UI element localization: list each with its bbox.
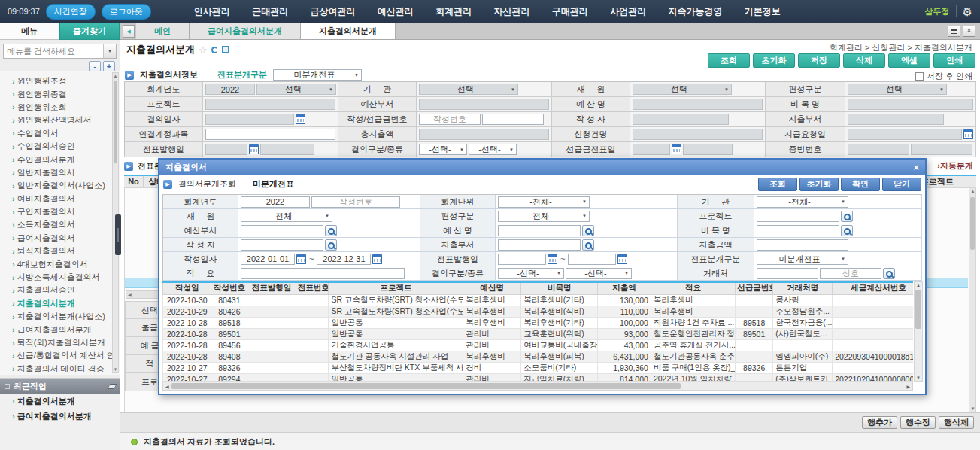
close-icon[interactable]: × [913, 163, 919, 172]
table-row[interactable]: 2022-10-3080431SR 고속철도차량(SRT) 청소사업(수도권)복… [163, 294, 914, 306]
column-header[interactable]: 선급금번호 [736, 282, 773, 294]
sidebar-item[interactable]: ›일반지출결의서 [0, 166, 120, 179]
sidebar-item[interactable]: ›구입지출결의서 [0, 205, 120, 218]
column-header[interactable]: No [124, 176, 144, 187]
dialog-button[interactable]: 확인 [841, 178, 880, 191]
search-icon[interactable] [841, 211, 853, 222]
scroll-down-icon[interactable]: ▼ [915, 376, 922, 380]
sidebar-item[interactable]: ›수입결의서분개 [0, 153, 120, 166]
column-header[interactable]: 비목명 [521, 282, 598, 294]
select-field[interactable]: -선택-▼ [469, 144, 517, 155]
sidebar-item[interactable]: ›지출결의서분개 [0, 297, 120, 310]
top-menu-item[interactable]: 회계관리 [435, 5, 472, 18]
print-after-save-checkbox[interactable] [915, 72, 924, 81]
column-header[interactable]: 세금계산서번호 [833, 282, 913, 294]
scroll-down-icon[interactable]: ▼ [969, 406, 976, 411]
menu-search-input[interactable]: 메뉴를 검색하세요 ▼ [3, 44, 117, 59]
gear-icon[interactable]: ⚙ [963, 6, 972, 17]
search-icon[interactable] [325, 225, 337, 236]
top-menu-item[interactable]: 기본정보 [745, 5, 781, 18]
vertical-scrollbar[interactable]: ▲ ▼ [969, 188, 975, 412]
journal-type-select[interactable]: 미분개전표▼ [273, 69, 362, 81]
sidebar-item[interactable]: ›수입결의서승인 [0, 140, 120, 153]
calendar-icon[interactable] [548, 254, 557, 264]
scroll-up-icon[interactable]: ▲ [969, 189, 976, 193]
top-menu-item[interactable]: 사업관리 [610, 5, 646, 18]
column-header[interactable]: 작성일 [163, 282, 211, 294]
close-tab-icon[interactable]: × [963, 26, 975, 37]
username[interactable]: 삼두정 [925, 6, 950, 17]
row-action-button[interactable]: 행추가 [862, 416, 897, 429]
row-action-button[interactable]: 행삭제 [939, 416, 974, 429]
sidebar-item[interactable]: ›급여지출결의서 [0, 232, 120, 245]
select-field[interactable]: -선택-▼ [498, 268, 564, 279]
input-field[interactable]: 2022-12-31 [317, 254, 371, 265]
column-header[interactable]: 지출액 [598, 282, 651, 294]
input-field[interactable]: 2022-01-01 [241, 254, 295, 265]
table-row[interactable]: 2022-10-2889518일반공통복리후생비복리후생비(기타)100,000… [163, 317, 914, 328]
input-field[interactable]: 상호 [820, 268, 881, 279]
recent-work-item[interactable]: ›급여지출결의서분개 [0, 409, 120, 424]
scrollbar-thumb[interactable] [171, 383, 681, 389]
select-field[interactable]: 미분개전표▼ [757, 254, 848, 265]
select-field[interactable]: -전체-▼ [757, 196, 848, 208]
column-header[interactable]: 전표발행일 [247, 282, 296, 294]
tab-scroll-left-icon[interactable]: ◀ [123, 25, 135, 38]
calendar-icon[interactable] [249, 144, 259, 154]
table-row[interactable]: 2022-10-2889456기술환경사업공통관리비여비교통비(국내출장)43,… [163, 339, 914, 351]
scroll-left-icon[interactable]: ◀ [126, 292, 133, 297]
input-field[interactable]: 작성번호 [419, 114, 481, 125]
search-icon[interactable] [883, 268, 895, 279]
dialog-vertical-scrollbar[interactable]: ▲ ▼ [914, 281, 923, 382]
sidebar-item[interactable]: ›급여지출결의서분개 [0, 323, 120, 336]
table-row[interactable]: 2022-10-2980426SR 고속철도차량(SRT) 청소사업(수도권)복… [163, 306, 914, 317]
recent-work-item[interactable]: ›지출결의서분개 [0, 394, 120, 409]
scrollbar-thumb[interactable] [114, 81, 117, 163]
sidebar-splitter-handle[interactable] [115, 214, 121, 255]
input-field[interactable] [241, 239, 323, 251]
top-menu-item[interactable]: 예산관리 [378, 5, 414, 18]
extend-session-button[interactable]: 시간연장 [46, 4, 96, 20]
input-field[interactable] [757, 211, 839, 222]
scrollbar-thumb[interactable] [915, 290, 921, 329]
sidebar-item[interactable]: ›여비지출결의서 [0, 193, 120, 205]
table-row[interactable]: 2022-10-2789294일반공통관리비지급임차료(차량)814,00020… [163, 373, 914, 382]
sidebar-item[interactable]: ›퇴직지출결의서 [0, 245, 120, 257]
top-menu-item[interactable]: 구매관리 [552, 5, 588, 18]
input-field[interactable] [757, 268, 818, 279]
search-icon[interactable] [582, 225, 594, 236]
column-header[interactable]: 작성번호 [211, 282, 247, 294]
auto-journal-link[interactable]: ›자동분개 [937, 160, 976, 172]
input-field[interactable] [498, 239, 581, 251]
input-field[interactable] [482, 114, 544, 125]
column-header[interactable]: 프로젝트 [329, 282, 463, 294]
logout-button[interactable]: 로그아웃 [102, 4, 151, 20]
sidebar-item[interactable]: ›지출결의서분개(사업소) [0, 310, 120, 323]
input-field[interactable] [205, 129, 335, 140]
sidebar-tab-favorites[interactable]: 즐겨찾기 [59, 23, 120, 40]
search-icon[interactable] [841, 225, 853, 236]
toolbar-button[interactable]: 초기화 [753, 53, 795, 68]
sidebar-item[interactable]: ›원인행위조회 [0, 101, 120, 114]
dialog-button[interactable]: 닫기 [882, 178, 921, 191]
top-menu-item[interactable]: 근태관리 [252, 5, 288, 18]
scrollbar-thumb[interactable] [970, 197, 975, 250]
scroll-right-icon[interactable]: ▶ [904, 384, 912, 389]
tab-list-icon[interactable] [948, 26, 960, 37]
sidebar-item[interactable]: ›소득지출결의서 [0, 218, 120, 231]
table-row[interactable]: 2022-10-2789326부산철도차량정비단 KTX 부품세척 사업경비소모… [163, 362, 914, 373]
sidebar-item[interactable]: ›수입결의서 [0, 127, 120, 140]
top-menu-item[interactable]: 자산관리 [493, 5, 529, 18]
dialog-button[interactable]: 조회 [758, 178, 797, 191]
input-field[interactable] [241, 225, 323, 236]
sidebar-item[interactable]: ›원인행위잔액명세서 [0, 114, 120, 126]
tab-item[interactable]: 메인 [136, 23, 190, 39]
toolbar-button[interactable]: 삭제 [843, 53, 885, 68]
column-header[interactable]: 적요 [651, 282, 735, 294]
column-header[interactable]: 거래처명 [773, 282, 833, 294]
input-field[interactable] [498, 254, 546, 265]
tab-item[interactable]: 급여지출결의서분개 [190, 23, 301, 39]
input-field[interactable]: 2022 [241, 196, 310, 208]
sidebar-tab-menu[interactable]: 메뉴 [0, 23, 59, 40]
sidebar-item[interactable]: ›일반지출결의서(사업소) [0, 179, 120, 192]
